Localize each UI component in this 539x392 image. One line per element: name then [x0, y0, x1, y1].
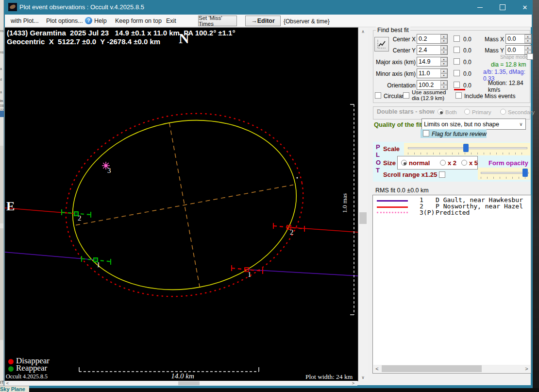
mass-x-spinner[interactable]: ▲▼: [524, 34, 531, 43]
shape-model-checkbox[interactable]: [527, 53, 533, 60]
spin-up-icon[interactable]: ▲: [440, 46, 447, 50]
set-miss-times-button[interactable]: Set 'Miss' Times: [198, 16, 237, 26]
shape-model-label: Shape model: [500, 54, 529, 60]
center-x-spinner[interactable]: ▲▼: [440, 34, 447, 43]
opacity-slider-track[interactable]: [481, 172, 529, 174]
plot-width-label: Plot width: 24 km: [305, 373, 353, 381]
scroll-right-icon[interactable]: >: [350, 381, 356, 386]
orientation-sigma: 0.0: [463, 82, 472, 89]
opacity-slider-thumb[interactable]: [522, 169, 528, 177]
north-label: N: [179, 30, 189, 47]
orientation-fit-checkbox[interactable]: [454, 82, 460, 88]
observer3-line-sample: [377, 212, 408, 213]
orientation-value[interactable]: 100.2: [417, 81, 440, 89]
center-x-input[interactable]: 0.2 ▲▼: [417, 34, 448, 44]
scroll-range-checkbox[interactable]: [439, 171, 445, 178]
center-x-value[interactable]: 0.2: [417, 34, 440, 43]
menu-exit[interactable]: Exit: [166, 17, 176, 24]
close-button[interactable]: ✕: [515, 0, 535, 15]
scroll-right-icon[interactable]: >: [523, 365, 530, 373]
scroll-left-icon[interactable]: <: [4, 381, 11, 386]
vscroll-thumb[interactable]: [359, 212, 367, 224]
plot-hscrollbar[interactable]: < >: [4, 381, 357, 386]
major-axis-value[interactable]: 14.9: [417, 57, 440, 66]
size-x5-radio[interactable]: [461, 160, 467, 166]
size-normal-radio[interactable]: [401, 160, 407, 166]
minimize-button[interactable]: [470, 0, 489, 15]
spin-down-icon[interactable]: ▼: [440, 50, 447, 54]
scale-slider[interactable]: [404, 143, 530, 155]
hscroll-thumb[interactable]: [178, 381, 200, 385]
circular-checkbox[interactable]: [375, 92, 381, 99]
maximize-button[interactable]: [493, 0, 512, 15]
center-y-label: Center Y: [373, 47, 416, 54]
center-x-fit-checkbox[interactable]: [454, 35, 460, 42]
orientation-spinner[interactable]: ▲▼: [440, 81, 447, 89]
minor-axis-spinner[interactable]: ▲▼: [440, 69, 447, 78]
observer3-name[interactable]: Predicted: [436, 209, 470, 216]
bg-text-fragment: ns: [0, 51, 3, 54]
spin-down-icon[interactable]: ▼: [440, 39, 447, 43]
menu-with-plot[interactable]: with Plot...: [11, 17, 39, 24]
scroll-left-icon[interactable]: <: [373, 365, 381, 373]
center-x-sigma: 0.0: [463, 36, 472, 43]
double-secondary-radio[interactable]: [500, 109, 506, 115]
scroll-down-icon[interactable]: ∨: [358, 374, 368, 381]
orientation-marker-bar: [454, 89, 465, 90]
observer3-num[interactable]: 3(P): [420, 209, 435, 216]
major-axis-spinner[interactable]: ▲▼: [440, 57, 447, 66]
observers-listbox[interactable]: 1 D Gault, near Hawkesbur 2 P Nosworthy,…: [372, 195, 531, 374]
double-secondary-label: Secondary: [508, 109, 535, 115]
star-point: [297, 177, 298, 179]
minor-axis-value[interactable]: 11.0: [417, 69, 440, 78]
titlebar[interactable]: Plot event observations : Occult v.4.202…: [4, 0, 533, 15]
orientation-input[interactable]: 100.2 ▲▼: [417, 80, 448, 90]
use-assumed-dia-checkbox[interactable]: [403, 92, 409, 99]
plot-vscrollbar[interactable]: ∧ ∨: [358, 28, 368, 381]
dropdown-arrow-icon[interactable]: ∨: [517, 121, 525, 127]
center-y-value[interactable]: 2.4: [417, 46, 440, 54]
center-y-spinner[interactable]: ▲▼: [440, 46, 447, 54]
bg-block: [0, 146, 3, 223]
major-axis-input[interactable]: 14.9 ▲▼: [417, 57, 448, 67]
size-x2-radio[interactable]: [440, 160, 446, 166]
scale-slider-thumb[interactable]: [463, 144, 469, 152]
menu-plot-options[interactable]: Plot options...: [46, 17, 83, 24]
minor-axis-fit-checkbox[interactable]: [454, 70, 460, 76]
bg-selected-row: [0, 111, 4, 117]
double-both-radio[interactable]: [438, 109, 443, 115]
form-opacity-label: Form opacity: [488, 159, 528, 167]
include-miss-checkbox[interactable]: [455, 92, 462, 99]
spin-up-icon[interactable]: ▲: [524, 46, 531, 50]
double-primary-radio[interactable]: [464, 109, 470, 115]
help-icon[interactable]: ?: [85, 17, 92, 24]
scroll-up-icon[interactable]: ∧: [358, 28, 368, 35]
form-opacity-slider[interactable]: [478, 168, 531, 180]
mass-y-value[interactable]: 0.0: [506, 46, 524, 54]
spin-down-icon[interactable]: ▼: [524, 39, 531, 43]
spin-down-icon[interactable]: ▼: [440, 62, 447, 66]
editor-button[interactable]: →Editor: [245, 16, 281, 26]
listbox-hscroll-thumb[interactable]: [382, 365, 482, 372]
spin-up-icon[interactable]: ▲: [440, 34, 447, 39]
spin-up-icon[interactable]: ▲: [440, 81, 447, 85]
menu-help[interactable]: Help: [94, 17, 107, 24]
center-y-fit-checkbox[interactable]: [454, 47, 460, 53]
flag-review-checkbox[interactable]: [423, 130, 429, 136]
listbox-hscrollbar[interactable]: < >: [373, 365, 530, 373]
sky-plane-tab[interactable]: Sky Plane: [0, 386, 29, 392]
center-y-input[interactable]: 2.4 ▲▼: [417, 45, 448, 55]
spin-down-icon[interactable]: ▼: [440, 85, 447, 89]
spin-down-icon[interactable]: ▼: [440, 73, 447, 78]
mass-x-input[interactable]: 0.0 ▲▼: [505, 34, 532, 44]
spin-up-icon[interactable]: ▲: [440, 57, 447, 62]
minor-axis-input[interactable]: 11.0 ▲▼: [417, 68, 448, 78]
mass-x-value[interactable]: 0.0: [506, 34, 524, 43]
plot-canvas[interactable]: [5, 28, 358, 381]
menu-keep-form-on-top[interactable]: Keep form on top: [115, 17, 162, 24]
quality-select[interactable]: Limits on size, but no shape ∨: [421, 119, 526, 130]
major-axis-fit-checkbox[interactable]: [454, 58, 460, 65]
spin-up-icon[interactable]: ▲: [524, 34, 531, 39]
spin-up-icon[interactable]: ▲: [440, 69, 447, 73]
center-y-sigma: 0.0: [463, 47, 472, 54]
